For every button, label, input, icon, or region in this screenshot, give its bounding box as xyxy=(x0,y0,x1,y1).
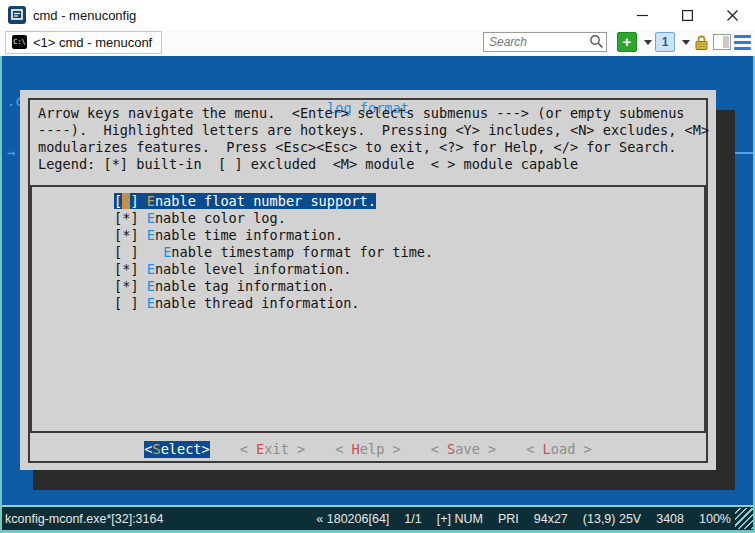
menu-icon xyxy=(734,35,751,50)
panel-icon xyxy=(713,34,731,50)
view-panel-button[interactable] xyxy=(713,32,731,52)
plus-icon: + xyxy=(623,33,632,51)
status-item: 3408 xyxy=(656,512,684,526)
conemu-window: cmd - menuconfig C:\ <1> cmd - menuconf … xyxy=(0,0,755,533)
status-item: 1/1 xyxy=(404,512,421,526)
status-indicators: « 180206[64]1/1[+] NUMPRI94x27(13,9) 25V… xyxy=(316,512,731,526)
new-console-button[interactable]: + xyxy=(617,32,637,52)
tab-bar: C:\ <1> cmd - menuconf + 1 xyxy=(0,30,755,56)
instruction-line: Arrow keys navigate the menu. <Enter> se… xyxy=(38,105,709,122)
exit-button[interactable]: < Exit > xyxy=(240,441,306,458)
menu-item[interactable]: [ ] Enable float number support. xyxy=(32,193,704,210)
instruction-line: ----). Highlighted letters are hotkeys. … xyxy=(38,122,709,139)
menu-item[interactable]: [ ] Enable timestamp format for time. xyxy=(32,244,704,261)
minimize-button[interactable] xyxy=(620,0,665,30)
menu-list: [ ] Enable float number support.[*] Enab… xyxy=(30,185,706,433)
status-item: 100% xyxy=(699,512,731,526)
tab-cmd-menuconf[interactable]: C:\ <1> cmd - menuconf xyxy=(5,31,162,54)
help-button[interactable]: < Help > xyxy=(335,441,401,458)
search-icon xyxy=(589,34,604,53)
load-button[interactable]: < Load > xyxy=(526,441,592,458)
menuconfig-dialog: log format Arrow keys navigate the menu.… xyxy=(20,90,716,470)
console-list-dropdown[interactable] xyxy=(678,32,690,52)
new-console-dropdown[interactable] xyxy=(640,32,652,52)
resize-grip[interactable] xyxy=(735,508,753,529)
status-bar: kconfig-mconf.exe*[32]:3164 « 180206[64]… xyxy=(2,505,753,530)
dialog-instructions: Arrow keys navigate the menu. <Enter> se… xyxy=(38,105,709,173)
select-button[interactable]: <Select> xyxy=(144,441,209,458)
status-item: PRI xyxy=(498,512,519,526)
status-item: (13,9) 25V xyxy=(583,512,641,526)
status-item: 94x27 xyxy=(534,512,568,526)
status-item: « 180206[64] xyxy=(316,512,389,526)
menu-item[interactable]: [ ] Enable thread information. xyxy=(32,295,704,312)
tab-label: <1> cmd - menuconf xyxy=(33,35,152,50)
titlebar: cmd - menuconfig xyxy=(0,0,755,30)
menu-item[interactable]: [*] Enable tag information. xyxy=(32,278,704,295)
active-console-button[interactable]: 1 xyxy=(655,32,675,52)
instruction-line: Legend: [*] built-in [ ] excluded <M> mo… xyxy=(38,156,709,173)
menu-item[interactable]: [*] Enable level information. xyxy=(32,261,704,278)
lock-icon xyxy=(693,34,710,51)
save-button[interactable]: < Save > xyxy=(431,441,497,458)
terminal-screen[interactable]: .config - RT-Thread Project Configuratio… xyxy=(2,56,753,505)
main-menu-button[interactable] xyxy=(734,32,751,52)
status-item: [+] NUM xyxy=(437,512,483,526)
window-title: cmd - menuconfig xyxy=(33,8,136,23)
menu-item[interactable]: [*] Enable color log. xyxy=(32,210,704,227)
chevron-down-icon xyxy=(644,40,652,45)
conemu-app-icon xyxy=(8,6,26,24)
menu-item[interactable]: [*] Enable time information. xyxy=(32,227,704,244)
cmd-icon: C:\ xyxy=(12,35,27,49)
close-button[interactable] xyxy=(710,0,755,30)
instruction-line: modularizes features. Press <Esc><Esc> t… xyxy=(38,139,709,156)
console-number: 1 xyxy=(662,35,669,49)
search-box xyxy=(483,32,607,52)
lock-button[interactable] xyxy=(693,32,710,52)
maximize-button[interactable] xyxy=(665,0,710,30)
status-process: kconfig-mconf.exe*[32]:3164 xyxy=(5,512,163,526)
dialog-button-row: <Select>< Exit >< Help >< Save >< Load > xyxy=(20,441,716,458)
chevron-down-icon xyxy=(682,40,690,45)
console-frame: .config - RT-Thread Project Configuratio… xyxy=(0,56,755,533)
